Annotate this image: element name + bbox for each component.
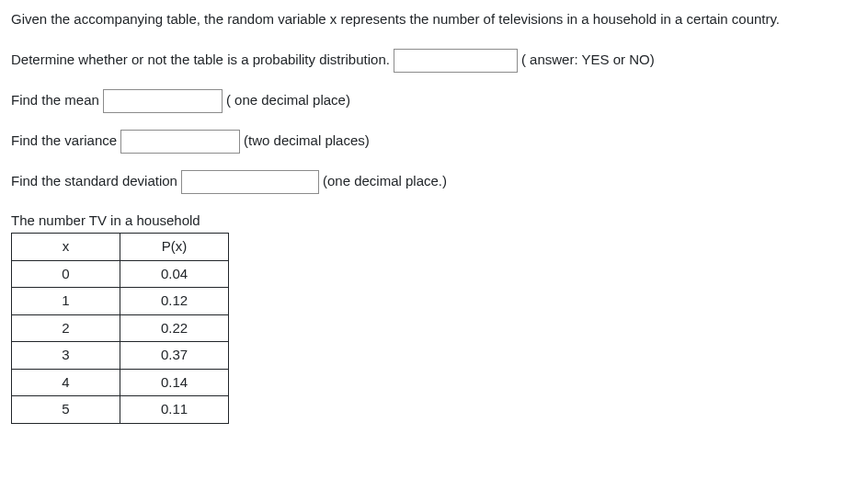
intro-text: Given the accompanying table, the random… bbox=[11, 9, 857, 30]
table-row: 2 0.22 bbox=[12, 314, 229, 342]
question-variance: Find the variance (two decimal places) bbox=[11, 130, 857, 154]
cell-x: 5 bbox=[12, 396, 120, 424]
q3-hint: (two decimal places) bbox=[244, 131, 370, 152]
question-mean: Find the mean ( one decimal place) bbox=[11, 89, 857, 113]
cell-x: 0 bbox=[12, 260, 120, 288]
q1-hint: ( answer: YES or NO) bbox=[521, 50, 655, 71]
cell-x: 4 bbox=[12, 369, 120, 396]
q3-prompt: Find the variance bbox=[11, 131, 117, 152]
question-prob-dist: Determine whether or not the table is a … bbox=[11, 49, 857, 73]
cell-x: 3 bbox=[12, 342, 120, 370]
q3-input[interactable] bbox=[120, 130, 240, 154]
question-stddev: Find the standard deviation (one decimal… bbox=[11, 170, 857, 194]
table-row: 3 0.37 bbox=[12, 342, 229, 370]
col-header-px: P(x) bbox=[120, 234, 229, 261]
cell-p: 0.04 bbox=[120, 260, 229, 288]
cell-p: 0.22 bbox=[120, 314, 229, 342]
q2-prompt: Find the mean bbox=[11, 90, 99, 111]
q2-input[interactable] bbox=[103, 89, 223, 113]
q2-hint: ( one decimal place) bbox=[226, 90, 350, 111]
q1-prompt: Determine whether or not the table is a … bbox=[11, 50, 390, 71]
probability-table: x P(x) 0 0.04 1 0.12 2 0.22 3 0.37 4 0.1… bbox=[11, 233, 229, 424]
q4-hint: (one decimal place.) bbox=[323, 171, 447, 192]
cell-p: 0.14 bbox=[120, 369, 229, 396]
table-row: 4 0.14 bbox=[12, 369, 229, 396]
col-header-x: x bbox=[12, 234, 120, 261]
table-caption: The number TV in a household bbox=[11, 211, 857, 232]
q4-input[interactable] bbox=[181, 170, 319, 194]
cell-x: 1 bbox=[12, 288, 120, 315]
cell-p: 0.11 bbox=[120, 396, 229, 424]
table-row: 1 0.12 bbox=[12, 288, 229, 315]
table-header-row: x P(x) bbox=[12, 234, 229, 261]
q1-input[interactable] bbox=[394, 49, 518, 73]
cell-p: 0.12 bbox=[120, 288, 229, 315]
cell-p: 0.37 bbox=[120, 342, 229, 370]
table-row: 0 0.04 bbox=[12, 260, 229, 288]
cell-x: 2 bbox=[12, 314, 120, 342]
q4-prompt: Find the standard deviation bbox=[11, 171, 177, 192]
table-row: 5 0.11 bbox=[12, 396, 229, 424]
